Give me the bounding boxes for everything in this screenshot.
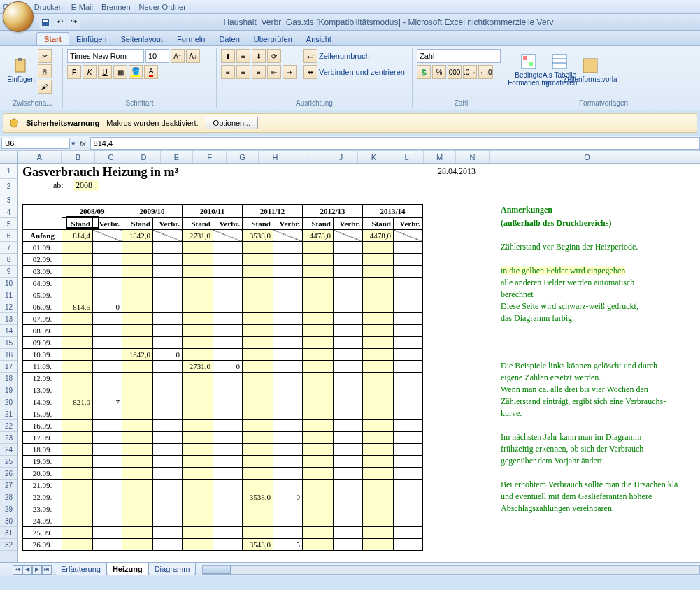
border-icon[interactable]: ▦ (113, 65, 127, 79)
column-header[interactable]: F (193, 151, 227, 163)
redo-icon[interactable]: ↷ (67, 16, 80, 29)
column-header[interactable]: J (324, 151, 358, 163)
font-size-select[interactable] (145, 49, 169, 63)
sheet-tab-diagramm[interactable]: Diagramm (148, 563, 197, 575)
row-header[interactable]: 28 (0, 491, 17, 503)
security-options-button[interactable]: Optionen... (206, 117, 259, 129)
row-header[interactable]: 2 (0, 179, 17, 194)
row-header[interactable]: 17 (0, 361, 17, 373)
paste-button[interactable]: Einfügen (7, 49, 35, 91)
row-header[interactable]: 27 (0, 480, 17, 491)
increase-font-icon[interactable]: A↑ (171, 49, 185, 63)
sheet-tab-erlauterung[interactable]: Erläuterung (55, 563, 107, 575)
row-header[interactable]: 3 (0, 194, 17, 206)
row-header[interactable]: 6 (0, 230, 17, 242)
row-header[interactable]: 31 (0, 527, 17, 539)
column-header[interactable]: B (62, 151, 95, 163)
format-painter-icon[interactable]: 🖌 (38, 80, 52, 94)
row-header[interactable]: 9 (0, 266, 17, 278)
scrollbar-thumb[interactable] (203, 566, 231, 574)
copy-icon[interactable]: ⎘ (38, 64, 52, 78)
row-header[interactable]: 29 (0, 503, 17, 515)
row-header[interactable]: 26 (0, 468, 17, 480)
font-name-select[interactable] (67, 49, 144, 63)
horizontal-scrollbar[interactable] (202, 565, 700, 575)
row-header[interactable]: 21 (0, 408, 17, 420)
comma-icon[interactable]: 000 (448, 65, 462, 79)
column-header[interactable]: L (390, 151, 424, 163)
decrease-font-icon[interactable]: A↓ (186, 49, 200, 63)
tab-nav-next-icon[interactable]: ▶ (32, 565, 42, 575)
tab-nav-first-icon[interactable]: ⏮ (13, 565, 22, 575)
row-header[interactable]: 11 (0, 289, 17, 301)
percent-icon[interactable]: % (432, 65, 446, 79)
tab-formulas[interactable]: Formeln (170, 33, 212, 45)
align-middle-icon[interactable]: ≡ (236, 49, 250, 63)
underline-icon[interactable]: U (98, 65, 112, 79)
orientation-icon[interactable]: ⟳ (267, 49, 281, 63)
merge-icon[interactable]: ⬌ (303, 65, 317, 79)
row-header[interactable]: 15 (0, 337, 17, 349)
sheet-tab-heizung[interactable]: Heizung (106, 563, 149, 575)
merge-label[interactable]: Verbinden und zentrieren (319, 68, 405, 76)
italic-icon[interactable]: K (83, 65, 97, 79)
number-format-select[interactable] (417, 49, 501, 63)
wrap-text-label[interactable]: Zeilenumbruch (319, 52, 370, 60)
row-header[interactable]: 20 (0, 396, 17, 408)
wrap-text-icon[interactable]: ⮐ (303, 49, 317, 63)
currency-icon[interactable]: 💲 (417, 65, 431, 79)
cut-icon[interactable]: ✂ (38, 49, 52, 63)
font-color-icon[interactable]: A (144, 65, 158, 79)
row-header[interactable]: 19 (0, 384, 17, 396)
select-all-corner[interactable] (0, 151, 18, 163)
menu-email[interactable]: E-Mail (71, 3, 93, 11)
align-center-icon[interactable]: ≡ (236, 65, 250, 79)
name-box[interactable] (1, 138, 70, 149)
row-header[interactable]: 24 (0, 444, 17, 456)
row-header[interactable]: 16 (0, 349, 17, 361)
row-header[interactable]: 32 (0, 539, 17, 551)
cells-area[interactable]: Gasverbrauch Heizung in m³ 28.04.2013 ab… (18, 164, 700, 562)
fill-color-icon[interactable]: 🪣 (129, 65, 143, 79)
column-header[interactable]: M (424, 151, 456, 163)
column-header[interactable]: K (358, 151, 390, 163)
row-header[interactable]: 1 (0, 164, 17, 179)
fx-icon[interactable]: fx (76, 139, 90, 148)
row-header[interactable]: 25 (0, 456, 17, 468)
formula-bar[interactable] (90, 137, 700, 150)
row-header[interactable]: 14 (0, 325, 17, 337)
tab-review[interactable]: Überprüfen (247, 33, 299, 45)
tab-nav-last-icon[interactable]: ⏭ (42, 565, 52, 575)
column-header[interactable]: D (127, 151, 161, 163)
save-icon[interactable] (39, 16, 52, 29)
column-header[interactable]: E (161, 151, 193, 163)
row-header[interactable]: 10 (0, 278, 17, 289)
tab-insert[interactable]: Einfügen (69, 33, 113, 45)
align-right-icon[interactable]: ≡ (252, 65, 266, 79)
row-header[interactable]: 18 (0, 373, 17, 384)
format-as-table-button[interactable]: Als Tabelle formatieren (545, 49, 573, 91)
align-top-icon[interactable]: ⬆ (221, 49, 235, 63)
row-header[interactable]: 5 (0, 218, 17, 230)
tab-layout[interactable]: Seitenlayout (114, 33, 171, 45)
data-table[interactable]: 2008/092009/102010/112011/122012/132013/… (22, 204, 423, 551)
row-header[interactable]: 30 (0, 515, 17, 527)
dec-decimal-icon[interactable]: ←.0 (478, 65, 492, 79)
column-header[interactable]: H (259, 151, 292, 163)
row-header[interactable]: 12 (0, 301, 17, 313)
row-header[interactable]: 7 (0, 242, 17, 254)
indent-inc-icon[interactable]: ⇥ (283, 65, 297, 79)
column-header[interactable]: O (490, 151, 685, 163)
bold-icon[interactable]: F (67, 65, 81, 79)
column-header[interactable]: G (227, 151, 259, 163)
menu-newfolder[interactable]: Neuer Ordner (139, 3, 186, 11)
row-header[interactable]: 13 (0, 313, 17, 325)
inc-decimal-icon[interactable]: .0→ (463, 65, 477, 79)
undo-icon[interactable]: ↶ (53, 16, 66, 29)
indent-dec-icon[interactable]: ⇤ (267, 65, 281, 79)
menu-print[interactable]: Drucken (34, 3, 63, 11)
column-header[interactable]: N (456, 151, 490, 163)
row-header[interactable]: 23 (0, 432, 17, 444)
align-left-icon[interactable]: ≡ (221, 65, 235, 79)
column-header[interactable]: A (18, 151, 62, 163)
